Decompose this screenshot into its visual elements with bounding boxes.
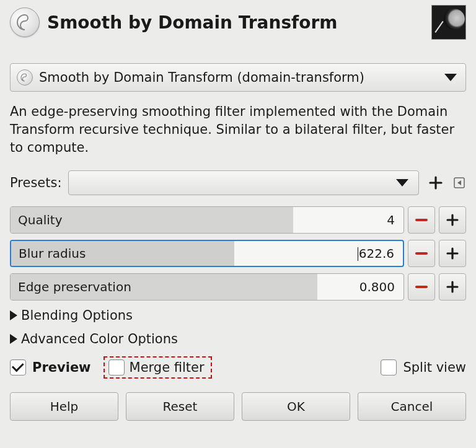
merge-filter-label[interactable]: Merge filter <box>130 360 205 375</box>
chevron-down-icon <box>444 74 457 81</box>
ok-button-label: OK <box>287 399 305 414</box>
increment-button[interactable] <box>439 206 466 234</box>
app-icon <box>10 7 40 37</box>
param-field-edge preservation[interactable]: Edge preservation 0.800 <box>10 273 404 301</box>
preset-menu-button[interactable] <box>452 176 466 190</box>
triangle-right-icon <box>10 334 17 344</box>
split-view-label[interactable]: Split view <box>403 360 466 375</box>
presets-label: Presets: <box>10 175 62 190</box>
increment-button[interactable] <box>439 240 466 267</box>
triangle-right-icon <box>10 310 17 320</box>
presets-dropdown[interactable] <box>68 170 420 195</box>
param-label: Blur radius <box>11 246 86 261</box>
reset-button-label: Reset <box>163 399 198 414</box>
merge-filter-checkbox[interactable] <box>108 359 125 376</box>
param-label: Edge preservation <box>11 279 131 294</box>
param-value: 0.800 <box>359 279 403 294</box>
add-preset-button[interactable] <box>425 172 446 193</box>
advanced-color-options-expander[interactable]: Advanced Color Options <box>10 330 466 348</box>
blending-options-expander[interactable]: Blending Options <box>10 307 466 324</box>
chevron-down-icon <box>396 179 408 187</box>
preview-label[interactable]: Preview <box>32 360 91 375</box>
param-value: 4 <box>387 213 403 227</box>
decrement-button[interactable] <box>408 240 435 267</box>
preview-checkbox[interactable] <box>10 359 26 376</box>
param-field-quality[interactable]: Quality 4 <box>10 206 404 234</box>
decrement-button[interactable] <box>408 206 435 234</box>
description-text: An edge-preserving smoothing filter impl… <box>10 103 466 157</box>
param-field-blur radius[interactable]: Blur radius 622.6 <box>10 240 404 267</box>
operation-dropdown[interactable]: Smooth by Domain Transform (domain-trans… <box>10 63 466 92</box>
ok-button[interactable]: OK <box>242 392 350 421</box>
cancel-button[interactable]: Cancel <box>358 392 466 421</box>
split-view-checkbox[interactable] <box>381 359 397 376</box>
help-button[interactable]: Help <box>10 392 118 421</box>
preview-thumbnail[interactable] <box>431 5 466 40</box>
operation-label: Smooth by Domain Transform (domain-trans… <box>39 70 444 85</box>
dialog-title: Smooth by Domain Transform <box>47 12 431 33</box>
reset-button[interactable]: Reset <box>126 392 234 421</box>
cancel-button-label: Cancel <box>391 399 433 414</box>
decrement-button[interactable] <box>408 273 435 301</box>
operation-icon <box>17 69 33 86</box>
param-value: 622.6 <box>358 246 403 261</box>
blending-options-label: Blending Options <box>21 308 133 323</box>
merge-filter-highlight: Merge filter <box>104 356 212 379</box>
advanced-color-options-label: Advanced Color Options <box>21 332 178 346</box>
increment-button[interactable] <box>439 273 466 301</box>
help-button-label: Help <box>50 399 79 414</box>
param-label: Quality <box>11 213 62 227</box>
